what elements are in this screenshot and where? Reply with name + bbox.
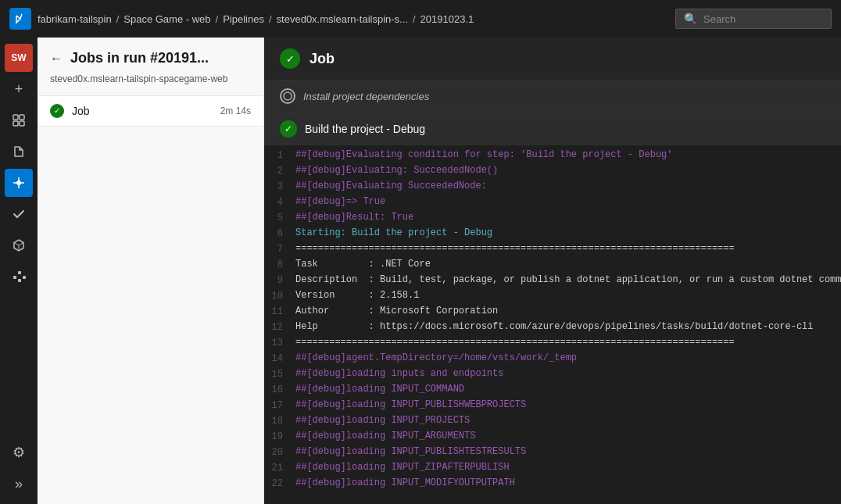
- sidebar-icons: SW +: [0, 38, 38, 504]
- line-number: 18: [264, 415, 295, 427]
- breadcrumb-sep-1: /: [116, 13, 120, 25]
- line-text: ##[debug]loading INPUT_PUBLISHTESTRESULT…: [295, 446, 542, 457]
- line-text: ##[debug]Result: True: [295, 212, 429, 223]
- breadcrumb-sep-4: /: [413, 13, 416, 25]
- build-step-title: Build the project - Debug: [305, 123, 425, 135]
- line-number: 14: [264, 352, 295, 364]
- line-number: 17: [264, 399, 295, 411]
- line-text: ##[debug]Evaluating SucceededNode:: [295, 181, 503, 191]
- log-line: 20##[debug]loading INPUT_PUBLISHTESTRESU…: [264, 445, 841, 461]
- svg-rect-5: [13, 276, 16, 279]
- log-line: 17##[debug]loading INPUT_PUBLISHWEBPROJE…: [264, 399, 841, 414]
- top-navigation: fabrikam-tailspin / Space Game - web / P…: [0, 0, 841, 38]
- line-text: Version : 2.158.1: [295, 290, 435, 301]
- breadcrumb-sep-3: /: [269, 13, 272, 25]
- crumb-org[interactable]: fabrikam-tailspin: [38, 13, 112, 25]
- log-line: 14##[debug]agent.TempDirectory=/home/vst…: [264, 352, 841, 367]
- sidebar-item-pipelines[interactable]: [5, 169, 33, 197]
- log-line: 8Task : .NET Core: [264, 258, 841, 273]
- back-button[interactable]: ←: [50, 52, 63, 66]
- line-text: Task : .NET Core: [295, 259, 446, 270]
- line-text: Description : Build, test, package, or p…: [295, 274, 841, 285]
- job-header: ✓ Job: [264, 38, 841, 80]
- log-line: 1##[debug]Evaluating condition for step:…: [264, 148, 841, 164]
- build-step-header[interactable]: ✓ Build the project - Debug: [264, 113, 841, 145]
- partial-step-title: Install project dependencies: [303, 91, 429, 102]
- line-number: 11: [264, 306, 295, 317]
- line-text: ##[debug]=> True: [295, 196, 401, 207]
- log-line: 9Description : Build, test, package, or …: [264, 273, 841, 289]
- partial-step-icon: [280, 88, 295, 104]
- sidebar-item-extensions[interactable]: [5, 263, 33, 291]
- main-layout: SW +: [0, 38, 841, 504]
- azure-devops-logo[interactable]: [9, 8, 31, 30]
- svg-point-9: [284, 92, 292, 100]
- svg-rect-7: [18, 279, 21, 282]
- line-text: ##[debug]loading INPUT_ARGUMENTS: [295, 431, 491, 441]
- line-number: 7: [264, 243, 295, 255]
- line-number: 1: [264, 149, 295, 161]
- log-line: 11Author : Microsoft Corporation: [264, 305, 841, 320]
- job-success-icon: ✓: [50, 104, 64, 118]
- sidebar-item-testplans[interactable]: [5, 200, 33, 228]
- log-line: 21##[debug]loading INPUT_ZIPAFTERPUBLISH: [264, 461, 841, 477]
- line-number: 15: [264, 368, 295, 380]
- line-text: ##[debug]loading INPUT_PROJECTS: [295, 415, 485, 426]
- log-line: 13======================================…: [264, 336, 841, 352]
- sidebar-bottom: ⚙ »: [5, 438, 33, 504]
- line-number: 16: [264, 384, 295, 395]
- log-line: 18##[debug]loading INPUT_PROJECTS: [264, 414, 841, 430]
- breadcrumb-sep-2: /: [216, 13, 219, 25]
- job-duration: 2m 14s: [220, 105, 251, 116]
- log-line: 3##[debug]Evaluating SucceededNode:: [264, 180, 841, 195]
- log-line: 6Starting: Build the project - Debug: [264, 227, 841, 242]
- job-list-item[interactable]: ✓ Job 2m 14s: [38, 95, 263, 127]
- line-text: ##[debug]Evaluating condition for step: …: [295, 149, 688, 160]
- sidebar-item-boards[interactable]: [5, 106, 33, 134]
- search-box[interactable]: 🔍: [675, 9, 832, 29]
- line-number: 21: [264, 462, 295, 474]
- log-line: 15##[debug]loading inputs and endpoints: [264, 367, 841, 383]
- svg-point-4: [16, 181, 21, 185]
- line-text: ##[debug]Evaluating: SucceededNode(): [295, 165, 514, 176]
- line-text: ========================================…: [295, 337, 750, 348]
- log-line: 7=======================================…: [264, 242, 841, 258]
- build-step-icon: ✓: [280, 120, 297, 138]
- sidebar-item-artifacts[interactable]: [5, 231, 33, 259]
- svg-rect-0: [13, 115, 18, 120]
- sidebar-item-add[interactable]: +: [5, 75, 33, 103]
- crumb-pipeline[interactable]: steved0x.mslearn-tailspin-s...: [277, 13, 408, 25]
- right-panel: ✓ Job Install project dependencies ✓ Bui…: [264, 38, 841, 504]
- search-input[interactable]: [703, 13, 823, 25]
- log-line: 12Help : https://docs.microsoft.com/azur…: [264, 320, 841, 336]
- line-text: ##[debug]loading INPUT_MODIFYOUTPUTPATH: [295, 477, 531, 488]
- sidebar-item-settings[interactable]: ⚙: [5, 438, 33, 466]
- partial-step-header[interactable]: Install project dependencies: [264, 80, 841, 113]
- log-line: 4##[debug]=> True: [264, 195, 841, 211]
- line-number: 8: [264, 259, 295, 270]
- line-text: ========================================…: [295, 243, 750, 254]
- log-area[interactable]: 1##[debug]Evaluating condition for step:…: [264, 145, 841, 504]
- crumb-run[interactable]: 20191023.1: [420, 13, 474, 25]
- line-number: 13: [264, 337, 295, 349]
- svg-rect-6: [18, 271, 21, 274]
- line-text: Author : Microsoft Corporation: [295, 306, 514, 316]
- sidebar-item-expand[interactable]: »: [5, 470, 33, 498]
- sidebar-item-repos[interactable]: [5, 138, 33, 166]
- job-name: Job: [72, 105, 213, 117]
- line-text: ##[debug]agent.TempDirectory=/home/vsts/…: [295, 352, 592, 363]
- user-avatar[interactable]: SW: [5, 44, 33, 72]
- log-line: 22##[debug]loading INPUT_MODIFYOUTPUTPAT…: [264, 477, 841, 492]
- log-line: 16##[debug]loading INPUT_COMMAND: [264, 383, 841, 399]
- line-text: ##[debug]loading INPUT_COMMAND: [295, 384, 480, 395]
- svg-rect-3: [20, 121, 24, 126]
- log-line: 5##[debug]Result: True: [264, 211, 841, 227]
- line-number: 19: [264, 431, 295, 442]
- svg-rect-8: [23, 276, 26, 279]
- crumb-project[interactable]: Space Game - web: [123, 13, 210, 25]
- line-text: ##[debug]loading inputs and endpoints: [295, 368, 519, 379]
- crumb-pipelines[interactable]: Pipelines: [223, 13, 264, 25]
- left-panel: ← Jobs in run #20191... steved0x.mslearn…: [38, 38, 264, 504]
- line-number: 3: [264, 181, 295, 192]
- line-text: ##[debug]loading INPUT_PUBLISHWEBPROJECT…: [295, 399, 542, 410]
